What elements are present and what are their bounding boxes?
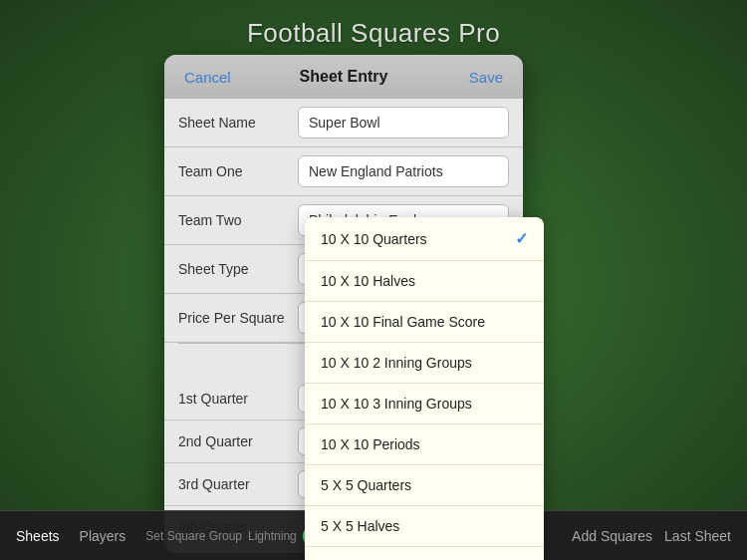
dropdown-item-label: 10 X 10 2 Inning Groups bbox=[321, 355, 472, 371]
dropdown-item-label: 10 X 10 Halves bbox=[321, 273, 415, 289]
team-one-input[interactable] bbox=[298, 155, 509, 187]
tab-sheets[interactable]: Sheets bbox=[16, 528, 60, 544]
payout-label-1: 1st Quarter bbox=[178, 391, 298, 407]
tab-last-sheet[interactable]: Last Sheet bbox=[664, 528, 731, 544]
price-per-square-label: Price Per Square bbox=[178, 310, 298, 326]
tab-add-squares[interactable]: Add Squares bbox=[572, 528, 652, 544]
team-one-label: Team One bbox=[178, 163, 298, 179]
dropdown-item[interactable]: 10 X 10 3 Inning Groups bbox=[305, 384, 544, 424]
dropdown-item-label: 10 X 10 3 Inning Groups bbox=[321, 396, 472, 412]
sheet-name-input[interactable] bbox=[298, 107, 509, 139]
sheet-type-label: Sheet Type bbox=[178, 261, 298, 277]
dropdown-item-label: 10 X 10 Periods bbox=[321, 436, 420, 452]
dropdown-item-label: 10 X 10 Quarters bbox=[321, 231, 427, 247]
payout-label-3: 3rd Quarter bbox=[178, 476, 298, 492]
dropdown-item-label: 5 X 5 Quarters bbox=[321, 477, 411, 493]
dropdown-item[interactable]: 10 X 10 Quarters✓ bbox=[305, 217, 544, 261]
tab-players[interactable]: Players bbox=[80, 528, 126, 544]
sheet-name-row: Sheet Name bbox=[164, 99, 523, 147]
payout-label-2: 2nd Quarter bbox=[178, 433, 298, 449]
check-icon: ✓ bbox=[515, 229, 528, 248]
modal-header: Cancel Sheet Entry Save bbox=[164, 55, 523, 99]
app-title: Football Squares Pro bbox=[0, 18, 747, 49]
sheet-name-label: Sheet Name bbox=[178, 115, 298, 131]
dropdown-item[interactable]: 10 X 10 Final Game Score bbox=[305, 302, 544, 343]
dropdown-item[interactable]: 5 X 5 Halves bbox=[305, 506, 544, 547]
dropdown-item[interactable]: 10 X 10 Periods bbox=[305, 424, 544, 465]
team-two-label: Team Two bbox=[178, 212, 298, 228]
dropdown-item-label: 10 X 10 Final Game Score bbox=[321, 314, 485, 330]
dropdown-item[interactable]: 5 X 5 Quarters bbox=[305, 465, 544, 506]
team-one-row: Team One bbox=[164, 147, 523, 196]
dropdown-item[interactable]: 5 X 5 Final Game Score bbox=[305, 547, 544, 560]
sheet-type-dropdown-menu: 10 X 10 Quarters✓10 X 10 Halves10 X 10 F… bbox=[305, 217, 544, 560]
toggle-label-set-square: Set Square Group bbox=[145, 529, 242, 543]
dropdown-item[interactable]: 10 X 10 2 Inning Groups bbox=[305, 343, 544, 384]
save-button[interactable]: Save bbox=[461, 65, 511, 90]
cancel-button[interactable]: Cancel bbox=[176, 65, 239, 90]
toggle-label-lightning: Lightning bbox=[248, 529, 297, 543]
dropdown-item-label: 5 X 5 Halves bbox=[321, 518, 399, 534]
tab-bar-right: Add Squares Last Sheet bbox=[572, 528, 731, 544]
dropdown-item[interactable]: 10 X 10 Halves bbox=[305, 261, 544, 302]
